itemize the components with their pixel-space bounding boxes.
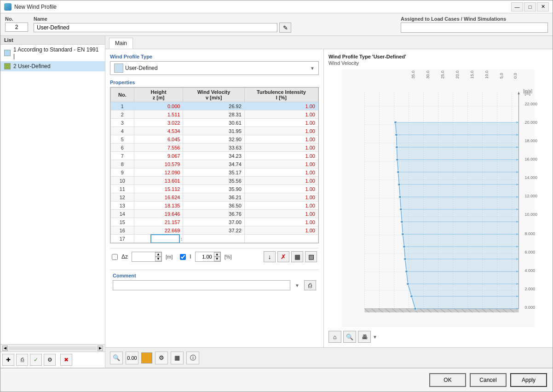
- table-row[interactable]: 10 13.601 35.56 1.00: [111, 177, 318, 185]
- scroll-left-btn[interactable]: ◀: [2, 346, 8, 351]
- chart-print-btn[interactable]: 🖶: [358, 331, 371, 343]
- cell-velocity: 36.21: [183, 193, 244, 202]
- apply-button[interactable]: Apply: [510, 373, 547, 387]
- cancel-button[interactable]: Cancel: [470, 373, 507, 387]
- list-spacer: [0, 195, 105, 345]
- scroll-right-btn[interactable]: ▶: [98, 346, 103, 351]
- close-button[interactable]: ✕: [537, 2, 549, 12]
- table-row[interactable]: 6 7.556 33.63 1.00: [111, 144, 318, 152]
- i-down-btn[interactable]: ▼: [214, 257, 220, 261]
- table-row[interactable]: 14 19.646 36.76 1.00: [111, 210, 318, 218]
- main-window: New Wind Profile ― □ ✕ No. Name ✎ Assign…: [0, 0, 553, 392]
- wind-type-color: [114, 63, 123, 73]
- cell-height-new[interactable]: ↕: [134, 235, 183, 243]
- table-row[interactable]: 7 9.067 34.23 1.00: [111, 152, 318, 160]
- i-input[interactable]: ▲ ▼: [195, 252, 221, 262]
- chart-print-arrow: ▼: [373, 334, 377, 340]
- chart-home-btn[interactable]: ⌂: [328, 331, 341, 343]
- wind-type-dropdown[interactable]: User-Defined ▼: [110, 61, 319, 75]
- table-new-row[interactable]: 17 ↕: [111, 235, 318, 243]
- minimize-button[interactable]: ―: [511, 2, 523, 12]
- search-btn[interactable]: 🔍: [110, 352, 123, 364]
- i-value[interactable]: [196, 253, 214, 260]
- color-btn[interactable]: [141, 352, 152, 363]
- svg-text:18.000: 18.000: [525, 138, 538, 143]
- settings-btn[interactable]: ⚙: [155, 352, 168, 364]
- cell-no: 7: [111, 152, 134, 160]
- table-row[interactable]: 11 15.112 35.90 1.00: [111, 185, 318, 193]
- clear-btn[interactable]: ✗: [277, 251, 289, 262]
- data-table-container: No. Heightz [m] Wind Velocityv [m/s] Tur…: [110, 87, 319, 243]
- comment-input[interactable]: [113, 280, 290, 290]
- name-input[interactable]: [34, 23, 277, 32]
- height-new-input[interactable]: [151, 235, 179, 242]
- i-up-btn[interactable]: ▲: [214, 252, 220, 257]
- svg-text:15.0: 15.0: [470, 70, 474, 79]
- table-row[interactable]: 4 4.534 31.95 1.00: [111, 127, 318, 135]
- table-row[interactable]: 2 1.511 28.31 1.00: [111, 110, 318, 119]
- chart-zoom-btn[interactable]: 🔍: [343, 331, 356, 343]
- delta-z-checkbox[interactable]: [112, 254, 118, 260]
- maximize-button[interactable]: □: [524, 2, 536, 12]
- cell-velocity: 34.23: [183, 152, 244, 160]
- table-row[interactable]: 15 21.157 37.00 1.00: [111, 218, 318, 226]
- list-delete-btn[interactable]: ✖: [60, 354, 72, 366]
- list-scrollbar[interactable]: ◀ ▶: [0, 344, 105, 352]
- list-check-btn[interactable]: ✓: [30, 354, 42, 366]
- export-btn[interactable]: ▧: [305, 251, 317, 262]
- table-row[interactable]: 16 22.669 37.22 1.00: [111, 226, 318, 235]
- list-item-selected[interactable]: 2 User-Defined: [0, 61, 105, 71]
- tab-main[interactable]: Main: [109, 38, 133, 49]
- table-btn[interactable]: ▦: [171, 352, 184, 364]
- delta-z-value[interactable]: [132, 253, 155, 260]
- table-row[interactable]: 9 12.090 35.17 1.00: [111, 168, 318, 177]
- cell-turbulence: 1.00: [244, 218, 318, 226]
- svg-point-118: [395, 133, 398, 136]
- delta-z-input[interactable]: ▲ ▼: [132, 252, 162, 262]
- no-input[interactable]: [5, 23, 28, 32]
- list-header: List: [0, 36, 105, 45]
- cell-no: 4: [111, 127, 134, 135]
- list-option-btn[interactable]: ⚙: [44, 354, 56, 366]
- i-checkbox[interactable]: [180, 254, 186, 260]
- cell-turbulence: 1.00: [244, 210, 318, 218]
- sort-btn[interactable]: ↓: [264, 251, 276, 262]
- window-title: New Wind Profile: [14, 4, 57, 10]
- ok-button[interactable]: OK: [429, 373, 466, 387]
- list-item[interactable]: 1 According to Standard - EN 1991 |: [0, 45, 105, 61]
- table-row[interactable]: 12 16.624 36.21 1.00: [111, 193, 318, 202]
- table-row[interactable]: 13 18.135 36.50 1.00: [111, 202, 318, 210]
- cell-velocity: 32.90: [183, 135, 244, 144]
- comment-edit-btn[interactable]: ⎙: [304, 280, 316, 290]
- cell-height: 13.601: [134, 177, 183, 185]
- table-row[interactable]: 1 0.000 26.92 1.00: [111, 102, 318, 110]
- cell-no: 6: [111, 144, 134, 152]
- cell-height: 15.112: [134, 185, 183, 193]
- svg-point-110: [402, 233, 404, 236]
- delta-z-up-btn[interactable]: ▲: [155, 252, 161, 257]
- import-btn[interactable]: ▦: [291, 251, 303, 262]
- chart-subtitle: Wind Velocity: [328, 60, 548, 66]
- cell-height: 10.579: [134, 160, 183, 168]
- cell-no: 16: [111, 226, 134, 235]
- table-row[interactable]: 8 10.579 34.74 1.00: [111, 160, 318, 168]
- cell-no: 15: [111, 218, 134, 226]
- data-table: No. Heightz [m] Wind Velocityv [m/s] Tur…: [110, 87, 318, 243]
- cell-turbulence: 1.00: [244, 102, 318, 110]
- cell-height: 22.669: [134, 226, 183, 235]
- table-row[interactable]: 3 3.022 30.61 1.00: [111, 119, 318, 127]
- no-label: No.: [5, 16, 28, 22]
- info-btn[interactable]: ⓘ: [186, 352, 199, 364]
- list-copy-btn[interactable]: ⎙: [16, 354, 28, 366]
- cell-velocity: 30.61: [183, 119, 244, 127]
- assigned-field-group: Assigned to Load Cases / Wind Simulation…: [401, 16, 548, 33]
- decimal-btn[interactable]: 0.00: [126, 352, 138, 364]
- assigned-input[interactable]: [401, 23, 548, 33]
- name-edit-button[interactable]: ✎: [279, 23, 291, 33]
- wind-type-arrow: ▼: [310, 66, 315, 71]
- table-row[interactable]: 5 6.045 32.90 1.00: [111, 135, 318, 144]
- cell-turbulence: 1.00: [244, 185, 318, 193]
- delta-z-down-btn[interactable]: ▼: [155, 257, 161, 261]
- list-add-btn[interactable]: ✚: [2, 354, 14, 366]
- svg-point-106: [407, 282, 409, 285]
